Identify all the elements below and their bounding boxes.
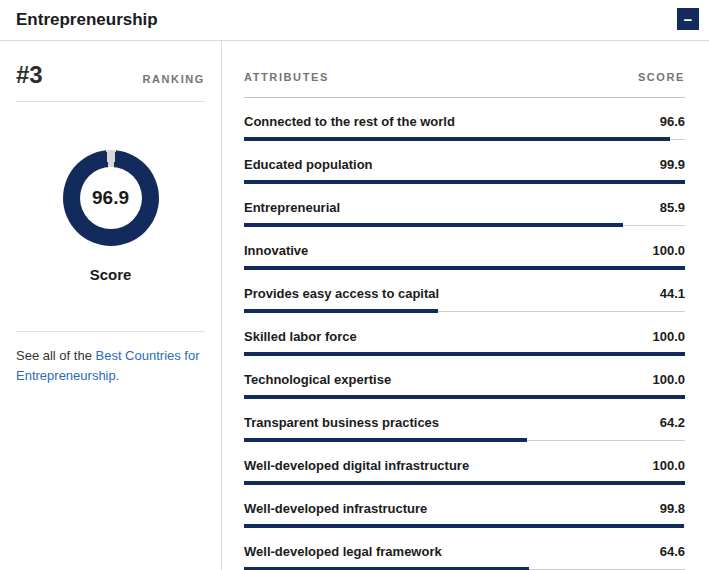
attribute-label: Entrepreneurial bbox=[244, 199, 340, 217]
attribute-row: Provides easy access to capital 44.1 bbox=[244, 270, 685, 313]
attribute-row: Innovative 100.0 bbox=[244, 227, 685, 270]
donut-hole: 96.9 bbox=[80, 167, 142, 229]
attribute-score: 99.9 bbox=[660, 156, 685, 174]
attribute-row-top: Innovative 100.0 bbox=[244, 242, 685, 260]
attribute-score: 85.9 bbox=[660, 199, 685, 217]
attribute-row: Connected to the rest of the world 96.6 bbox=[244, 98, 685, 141]
attribute-row: Well-developed legal framework 64.6 bbox=[244, 528, 685, 570]
attribute-row: Transparent business practices 64.2 bbox=[244, 399, 685, 442]
attribute-row-top: Well-developed legal framework 64.6 bbox=[244, 543, 685, 561]
attribute-label: Well-developed digital infrastructure bbox=[244, 457, 469, 475]
minus-icon: − bbox=[684, 12, 693, 27]
see-all-text: See all of the Best Countries for Entrep… bbox=[16, 346, 205, 386]
collapse-button[interactable]: − bbox=[677, 8, 699, 30]
attribute-label: Provides easy access to capital bbox=[244, 285, 439, 303]
attribute-row-top: Well-developed infrastructure 99.8 bbox=[244, 500, 685, 518]
score-donut-block: 96.9 Score bbox=[0, 150, 221, 283]
attribute-label: Educated population bbox=[244, 156, 373, 174]
attribute-label: Skilled labor force bbox=[244, 328, 357, 346]
ranking-label: RANKING bbox=[142, 73, 205, 85]
attribute-row-top: Transparent business practices 64.2 bbox=[244, 414, 685, 432]
page-title: Entrepreneurship bbox=[16, 10, 158, 30]
attribute-score: 64.2 bbox=[660, 414, 685, 432]
attribute-bar bbox=[244, 524, 685, 528]
attribute-score: 100.0 bbox=[652, 328, 685, 346]
attribute-bar bbox=[244, 438, 685, 442]
score-donut: 96.9 bbox=[63, 150, 159, 246]
ranking-column: #3 RANKING 96.9 Score See all of the Bes… bbox=[0, 41, 222, 570]
attribute-row-top: Connected to the rest of the world 96.6 bbox=[244, 113, 685, 131]
attribute-label: Transparent business practices bbox=[244, 414, 439, 432]
attribute-bar-fill bbox=[244, 180, 685, 184]
attribute-bar-fill bbox=[244, 309, 438, 313]
attributes-header: ATTRIBUTES SCORE bbox=[244, 41, 685, 98]
attribute-label: Innovative bbox=[244, 242, 308, 260]
panel-header: Entrepreneurship bbox=[0, 0, 709, 41]
attributes-column: ATTRIBUTES SCORE Connected to the rest o… bbox=[222, 41, 709, 570]
attribute-row: Technological expertise 100.0 bbox=[244, 356, 685, 399]
donut-score-value: 96.9 bbox=[92, 187, 129, 209]
see-all-prefix: See all of the bbox=[16, 348, 96, 363]
attribute-label: Connected to the rest of the world bbox=[244, 113, 455, 131]
attribute-score: 100.0 bbox=[652, 371, 685, 389]
attribute-bar-fill bbox=[244, 524, 684, 528]
attribute-row: Well-developed digital infrastructure 10… bbox=[244, 442, 685, 485]
rank-row: #3 RANKING bbox=[16, 41, 205, 102]
attribute-bar bbox=[244, 266, 685, 270]
attribute-bar-fill bbox=[244, 137, 670, 141]
attributes-header-label: ATTRIBUTES bbox=[244, 71, 329, 83]
attribute-bar-fill bbox=[244, 481, 685, 485]
panel-body: #3 RANKING 96.9 Score See all of the Bes… bbox=[0, 41, 709, 570]
attribute-label: Well-developed legal framework bbox=[244, 543, 442, 561]
attribute-row-top: Skilled labor force 100.0 bbox=[244, 328, 685, 346]
attribute-row-top: Provides easy access to capital 44.1 bbox=[244, 285, 685, 303]
attribute-bar bbox=[244, 481, 685, 485]
attribute-bar-fill bbox=[244, 395, 685, 399]
attribute-row-top: Technological expertise 100.0 bbox=[244, 371, 685, 389]
attribute-row-top: Well-developed digital infrastructure 10… bbox=[244, 457, 685, 475]
attribute-score: 100.0 bbox=[652, 457, 685, 475]
attribute-bar bbox=[244, 309, 685, 313]
rank-number: #3 bbox=[16, 61, 43, 89]
attribute-score: 64.6 bbox=[660, 543, 685, 561]
attributes-list: Connected to the rest of the world 96.6 … bbox=[244, 98, 685, 570]
score-caption: Score bbox=[90, 266, 132, 283]
attribute-bar-fill bbox=[244, 266, 685, 270]
attribute-label: Well-developed infrastructure bbox=[244, 500, 427, 518]
attribute-bar-fill bbox=[244, 438, 527, 442]
attribute-bar-fill bbox=[244, 223, 623, 227]
score-header-label: SCORE bbox=[638, 71, 685, 83]
attribute-score: 99.8 bbox=[660, 500, 685, 518]
attribute-score: 100.0 bbox=[652, 242, 685, 260]
attribute-row-top: Educated population 99.9 bbox=[244, 156, 685, 174]
attribute-bar bbox=[244, 395, 685, 399]
attribute-label: Technological expertise bbox=[244, 371, 391, 389]
attribute-bar bbox=[244, 223, 685, 227]
attribute-bar bbox=[244, 180, 685, 184]
attribute-bar-fill bbox=[244, 352, 685, 356]
attribute-row: Skilled labor force 100.0 bbox=[244, 313, 685, 356]
attribute-row: Educated population 99.9 bbox=[244, 141, 685, 184]
attribute-row: Entrepreneurial 85.9 bbox=[244, 184, 685, 227]
attribute-score: 96.6 bbox=[660, 113, 685, 131]
entrepreneurship-panel: Entrepreneurship − #3 RANKING 96.9 Score… bbox=[0, 0, 709, 570]
attribute-score: 44.1 bbox=[660, 285, 685, 303]
attribute-bar bbox=[244, 137, 685, 141]
attribute-bar bbox=[244, 352, 685, 356]
attribute-row: Well-developed infrastructure 99.8 bbox=[244, 485, 685, 528]
left-divider bbox=[16, 331, 205, 332]
attribute-row-top: Entrepreneurial 85.9 bbox=[244, 199, 685, 217]
